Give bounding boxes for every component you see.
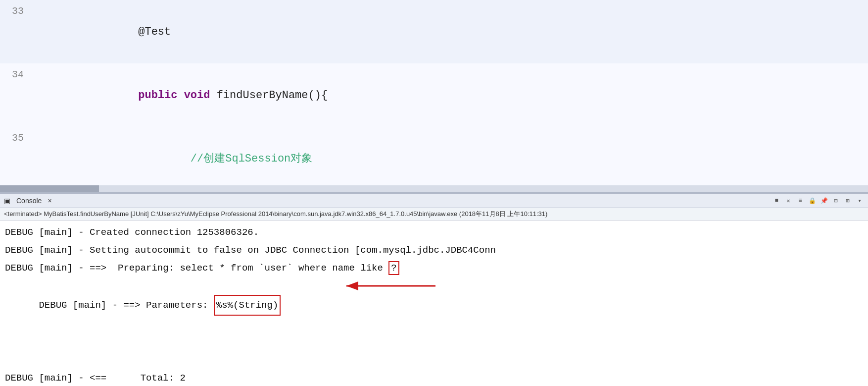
console-toolbar: ■ ✕ ≡ 🔒 📌 ⊟ ⊞ ▾ — [772, 196, 864, 205]
line-content: //创建SqlSession对象 — [30, 128, 868, 190]
params-label: DEBUG [main] - ==> Parameters: — [39, 300, 213, 311]
console-line-autocommit: DEBUG [main] - Setting autocommit to fal… — [5, 241, 863, 259]
line-number: 33 — [0, 0, 30, 22]
arrow-svg — [341, 276, 440, 296]
code-comment: //创建SqlSession对象 — [86, 153, 313, 165]
view-menu-icon[interactable]: ▾ — [855, 196, 864, 205]
preparing-highlight-box: ? — [388, 261, 399, 275]
keyword: public — [138, 89, 177, 102]
horizontal-scrollbar[interactable] — [0, 185, 868, 192]
console-line-preparing: DEBUG [main] - ==> Preparing: select * f… — [5, 259, 863, 277]
line-number: 35 — [0, 127, 30, 149]
code-text: @Test — [86, 26, 171, 38]
maximize-icon[interactable]: ⊞ — [843, 196, 852, 205]
minimize-icon[interactable]: ⊟ — [831, 196, 840, 205]
console-output: DEBUG [main] - Created connection 125380… — [0, 221, 868, 386]
console-header: ▣ Console × ■ ✕ ≡ 🔒 📌 ⊟ ⊞ ▾ — [0, 193, 868, 208]
console-line-created: DEBUG [main] - Created connection 125380… — [5, 223, 863, 241]
console-tab-icon: ▣ — [4, 197, 10, 205]
code-line-33: 33 @Test — [0, 0, 868, 63]
console-tab-label[interactable]: Console — [16, 197, 42, 205]
code-line-35: 35 //创建SqlSession对象 — [0, 127, 868, 190]
remove-icon[interactable]: ✕ — [784, 196, 793, 205]
clear-icon[interactable]: ≡ — [796, 196, 805, 205]
scroll-lock-icon[interactable]: 🔒 — [808, 196, 817, 205]
code-editor: 33 @Test 34 public void findUserByName()… — [0, 0, 868, 193]
terminated-info: <terminated> MyBatisTest.findUserByName … — [0, 208, 868, 221]
code-text — [177, 89, 184, 102]
code-lines: 33 @Test 34 public void findUserByName()… — [0, 0, 868, 193]
pin-icon[interactable]: 📌 — [820, 196, 828, 205]
scrollbar-thumb[interactable] — [0, 185, 99, 192]
code-text: findUserByName(){ — [210, 89, 328, 102]
console-tab-close[interactable]: × — [48, 197, 51, 205]
line-content: @Test — [30, 1, 868, 63]
line-content: public void findUserByName(){ — [30, 64, 868, 127]
console-line-total: DEBUG [main] - <== Total: 2 — [5, 369, 863, 386]
line-number: 34 — [0, 63, 30, 85]
code-text — [86, 89, 139, 102]
params-highlight-box: %s%(String) — [214, 295, 281, 316]
console-line-params: DEBUG [main] - ==> Parameters: %s%(Strin… — [5, 277, 863, 369]
console-panel: ▣ Console × ■ ✕ ≡ 🔒 📌 ⊟ ⊞ ▾ <terminated>… — [0, 193, 868, 386]
terminate-icon[interactable]: ■ — [772, 196, 781, 205]
keyword: void — [184, 89, 210, 102]
code-line-34: 34 public void findUserByName(){ — [0, 63, 868, 127]
